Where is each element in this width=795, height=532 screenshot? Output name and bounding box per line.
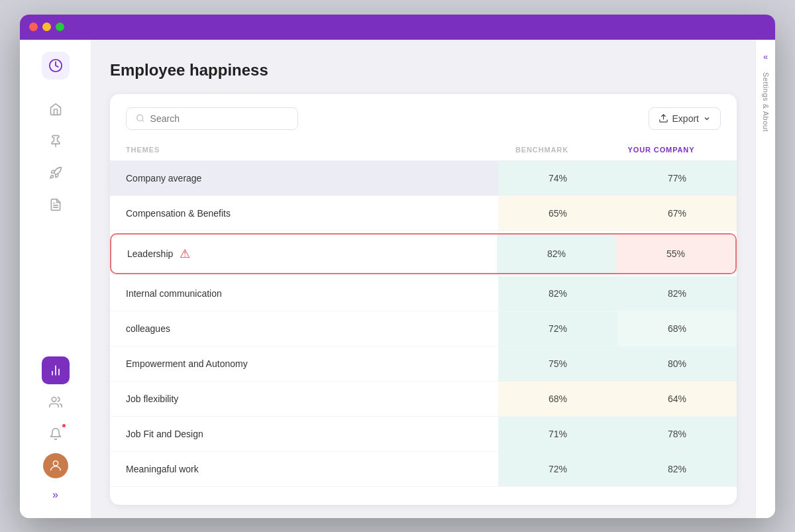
theme-label: Job flexibility [126, 394, 178, 404]
theme-label: Job Fit and Design [126, 429, 203, 439]
table-row[interactable]: Leadership⚠82%55% [110, 233, 737, 274]
table-header: THEMES BENCHMARK YOUR COMPANY [110, 139, 737, 161]
sidebar-item-document[interactable] [42, 191, 70, 219]
theme-cell: colleagues [110, 311, 498, 346]
main-content: Employee happiness [91, 40, 755, 518]
theme-label: Compensation & Benefits [126, 208, 231, 219]
search-box[interactable] [126, 107, 298, 130]
sidebar-item-pin[interactable] [42, 127, 70, 155]
col-your-company: YOUR COMPANY [602, 146, 721, 154]
benchmark-cell: 72% [498, 311, 617, 346]
table-row[interactable]: colleagues72%68% [110, 311, 737, 346]
your-company-cell: 77% [617, 161, 737, 195]
your-company-cell: 78% [617, 417, 737, 451]
window-body: » Employee happiness [20, 40, 775, 518]
warning-icon: ⚠ [180, 246, 190, 261]
your-company-cell: 64% [617, 382, 737, 416]
upload-icon [659, 113, 668, 123]
export-label: Export [672, 113, 699, 124]
col-benchmark: BENCHMARK [482, 146, 602, 154]
sidebar-item-chart[interactable] [42, 356, 70, 384]
your-company-cell: 80% [617, 346, 737, 381]
theme-label: colleagues [126, 323, 170, 334]
table-row[interactable]: Job Fit and Design71%78% [110, 417, 737, 452]
panel-collapse-button[interactable]: « [759, 48, 772, 66]
benchmark-cell: 72% [498, 452, 617, 486]
close-button[interactable] [29, 23, 38, 31]
theme-cell: Leadership⚠ [111, 235, 497, 273]
benchmark-cell: 65% [498, 196, 617, 231]
logo-icon[interactable] [42, 52, 70, 80]
maximize-button[interactable] [56, 23, 64, 31]
benchmark-cell: 74% [498, 161, 617, 195]
sidebar: » [20, 40, 91, 518]
your-company-cell: 68% [617, 311, 737, 346]
sidebar-item-rocket[interactable] [42, 159, 70, 187]
svg-point-7 [52, 397, 56, 401]
your-company-cell: 82% [617, 452, 737, 486]
table-body: Company average74%77%Compensation & Bene… [110, 161, 737, 505]
theme-cell: Internal communication [110, 276, 498, 311]
sidebar-avatar[interactable] [42, 452, 70, 480]
export-button[interactable]: Export [649, 107, 721, 130]
theme-cell: Compensation & Benefits [110, 196, 498, 231]
svg-point-9 [137, 115, 143, 121]
content-card: Export THEMES BENCHMARK YOUR COMPANY Com… [110, 94, 737, 505]
table-row[interactable]: Meaningaful work72%82% [110, 452, 737, 487]
svg-line-10 [142, 120, 143, 121]
theme-label: Meaningaful work [126, 464, 199, 474]
theme-cell: Meaningaful work [110, 452, 498, 486]
benchmark-cell: 71% [498, 417, 617, 451]
your-company-cell: 67% [617, 196, 737, 231]
table-row[interactable]: Job flexibility68%64% [110, 382, 737, 417]
benchmark-cell: 82% [497, 235, 616, 273]
theme-label: Leadership [127, 248, 173, 259]
benchmark-cell: 82% [498, 276, 617, 311]
theme-label: Internal communication [126, 288, 222, 299]
app-window: » Employee happiness [20, 15, 775, 518]
page-title: Employee happiness [110, 61, 737, 80]
sidebar-expand-button[interactable]: » [47, 484, 64, 506]
benchmark-cell: 75% [498, 346, 617, 381]
benchmark-cell: 68% [498, 382, 617, 416]
search-input[interactable] [150, 113, 288, 124]
theme-cell: Job Fit and Design [110, 417, 498, 451]
theme-cell: Company average [110, 161, 498, 195]
panel-label: Settings & About [762, 72, 770, 132]
theme-label: Empowerment and Autonomy [126, 358, 248, 369]
table-row[interactable]: Internal communication82%82% [110, 276, 737, 311]
theme-label: Company average [126, 173, 201, 184]
your-company-cell: 82% [617, 276, 737, 311]
theme-cell: Empowerment and Autonomy [110, 346, 498, 381]
table-row[interactable]: Company average74%77% [110, 161, 737, 196]
col-themes: THEMES [126, 146, 482, 154]
sidebar-item-people[interactable] [42, 388, 70, 416]
right-panel: « Settings & About [755, 40, 775, 518]
notification-badge [61, 423, 67, 429]
chevron-down-icon [703, 115, 711, 123]
sidebar-item-bell[interactable] [42, 420, 70, 448]
minimize-button[interactable] [42, 23, 51, 31]
your-company-cell: 55% [616, 235, 735, 273]
svg-point-8 [53, 460, 58, 465]
toolbar: Export [110, 107, 737, 139]
titlebar [20, 15, 775, 40]
table-row[interactable]: Compensation & Benefits65%67% [110, 196, 737, 231]
table-row[interactable]: Empowerment and Autonomy75%80% [110, 346, 737, 382]
sidebar-item-home[interactable] [42, 95, 70, 123]
avatar [43, 453, 68, 478]
search-icon [136, 113, 145, 123]
theme-cell: Job flexibility [110, 382, 498, 416]
